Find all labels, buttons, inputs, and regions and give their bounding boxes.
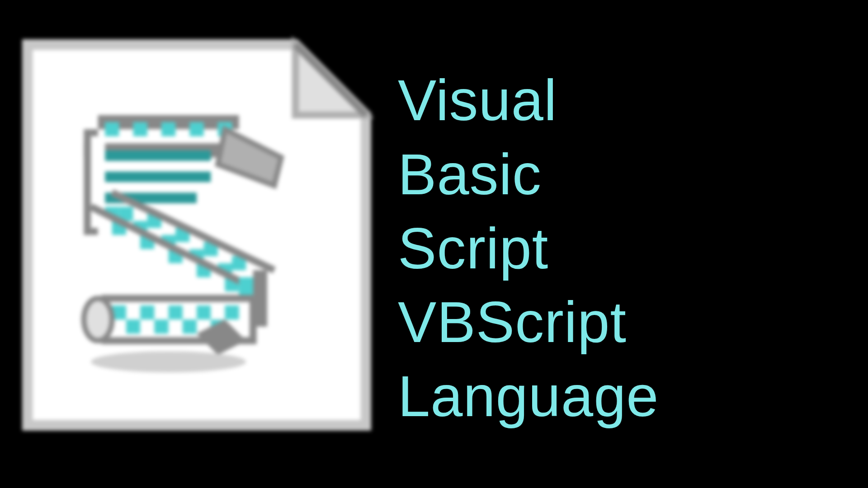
title-line-2: Basic xyxy=(398,137,659,211)
svg-rect-51 xyxy=(225,305,239,319)
svg-rect-9 xyxy=(98,172,211,182)
svg-rect-48 xyxy=(140,305,154,319)
svg-rect-52 xyxy=(126,319,140,333)
svg-rect-53 xyxy=(154,319,168,333)
svg-rect-49 xyxy=(169,305,183,319)
title-line-4: VBScript xyxy=(398,285,659,359)
title-line-1: Visual xyxy=(398,63,659,137)
title-text-block: Visual Basic Script VBScript Language xyxy=(398,63,659,433)
svg-rect-8 xyxy=(98,150,211,161)
svg-point-57 xyxy=(91,351,246,372)
title-line-5: Language xyxy=(398,359,659,433)
svg-rect-4 xyxy=(133,122,147,136)
svg-rect-3 xyxy=(105,122,119,136)
vbscript-file-icon xyxy=(20,36,373,434)
title-line-3: Script xyxy=(398,211,659,286)
svg-rect-50 xyxy=(197,305,211,319)
svg-rect-5 xyxy=(161,122,175,136)
svg-rect-6 xyxy=(189,122,203,136)
svg-rect-54 xyxy=(183,319,197,333)
svg-point-56 xyxy=(84,298,112,341)
